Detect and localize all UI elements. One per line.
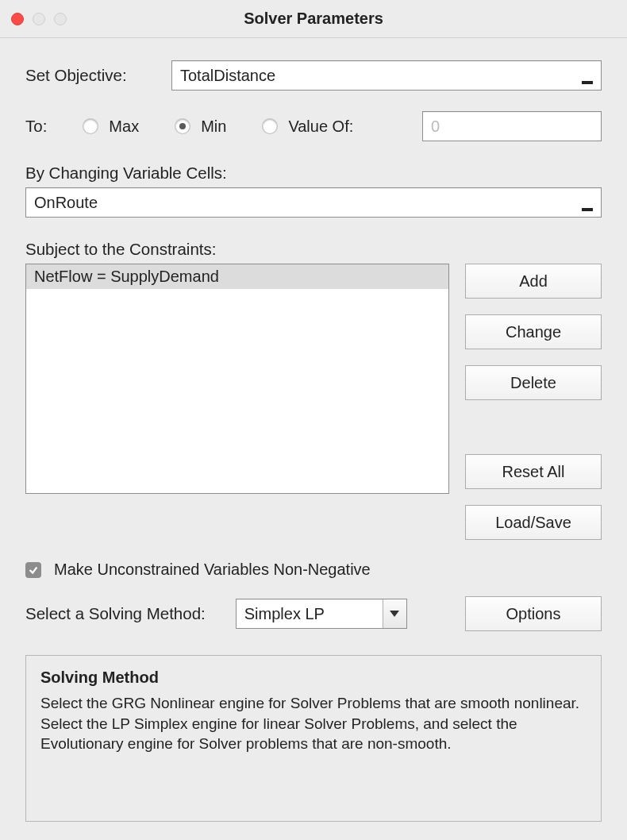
- delete-button[interactable]: Delete: [465, 365, 602, 400]
- to-max-radio[interactable]: [83, 119, 98, 133]
- load-save-button[interactable]: Load/Save: [465, 505, 602, 540]
- help-text: Select the GRG Nonlinear engine for Solv…: [40, 693, 587, 754]
- constraints-list[interactable]: NetFlow = SupplyDemand: [25, 264, 449, 494]
- to-valueof-radio[interactable]: [263, 119, 277, 133]
- nonneg-checkbox[interactable]: [25, 562, 41, 578]
- solving-method-select[interactable]: Simplex LP: [236, 599, 407, 629]
- collapse-dialog-icon[interactable]: [579, 64, 596, 87]
- reset-all-button[interactable]: Reset All: [465, 454, 602, 489]
- help-title: Solving Method: [40, 669, 587, 687]
- set-objective-value: TotalDistance: [180, 67, 579, 85]
- solving-method-help: Solving Method Select the GRG Nonlinear …: [25, 655, 602, 822]
- value-of-value: 0: [431, 118, 440, 136]
- options-button[interactable]: Options: [465, 596, 602, 631]
- to-max-label: Max: [109, 118, 139, 136]
- set-objective-input[interactable]: TotalDistance: [171, 60, 602, 91]
- window-title: Solver Parameters: [0, 10, 627, 28]
- value-of-input[interactable]: 0: [422, 111, 602, 141]
- collapse-dialog-icon[interactable]: [579, 191, 596, 214]
- change-button[interactable]: Change: [465, 314, 602, 349]
- changing-cells-value: OnRoute: [34, 194, 579, 212]
- titlebar: Solver Parameters: [0, 0, 627, 38]
- constraint-item[interactable]: NetFlow = SupplyDemand: [26, 264, 448, 289]
- changing-cells-input[interactable]: OnRoute: [25, 187, 602, 218]
- solving-method-value: Simplex LP: [244, 605, 383, 623]
- to-label: To:: [25, 117, 47, 136]
- window-controls: [0, 13, 67, 25]
- chevron-down-icon[interactable]: [383, 599, 406, 628]
- nonneg-label: Make Unconstrained Variables Non-Negativ…: [54, 561, 371, 579]
- close-window-button[interactable]: [11, 13, 24, 25]
- method-label: Select a Solving Method:: [25, 604, 206, 623]
- changing-cells-label: By Changing Variable Cells:: [25, 164, 602, 183]
- add-button[interactable]: Add: [465, 264, 602, 299]
- minimize-window-button[interactable]: [33, 13, 45, 25]
- to-min-label: Min: [201, 118, 226, 136]
- set-objective-label: Set Objective:: [25, 66, 171, 85]
- zoom-window-button[interactable]: [54, 13, 67, 25]
- to-min-radio[interactable]: [175, 119, 190, 133]
- constraints-label: Subject to the Constraints:: [25, 240, 602, 259]
- to-valueof-label: Value Of:: [288, 118, 353, 136]
